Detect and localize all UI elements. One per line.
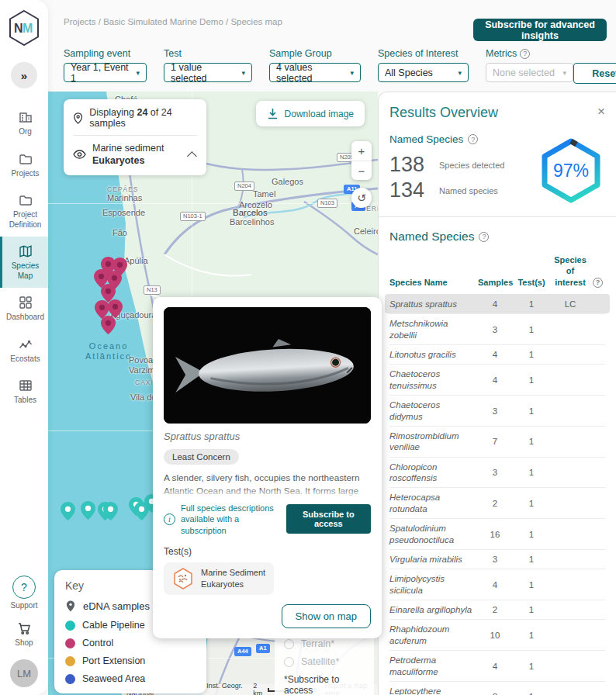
filter-label-text: Test: [164, 48, 182, 59]
filter-label-text: Species of Interest: [378, 48, 459, 59]
project-definition-icon: [18, 192, 33, 208]
table-row[interactable]: Chaetoceros tenuissimus41: [389, 364, 605, 395]
species-detected-value: 138: [389, 153, 430, 177]
table-row[interactable]: Limipolycystis sicilicula41: [389, 569, 605, 600]
map-place-label: Esposende: [102, 208, 145, 218]
key-item-label: Control: [82, 638, 113, 648]
table-row[interactable]: Rhaphidozoum acuferum101: [389, 619, 605, 650]
filter-sample-group: Sample Group4 values selected▾: [269, 48, 361, 82]
sample-marker-control[interactable]: [101, 316, 116, 334]
species-name-cell: Chaetoceros didymus: [389, 399, 475, 422]
table-row[interactable]: Leptocythere lacertosa81: [389, 681, 605, 695]
map-type-option-terrain[interactable]: Terrain*: [284, 638, 365, 649]
table-row[interactable]: Petroderma maculiforme41: [389, 650, 605, 681]
download-icon: [267, 108, 279, 120]
filter-test: Test1 value selected▾: [164, 48, 252, 82]
breadcrumb[interactable]: Projects / Basic Simulated Marine Demo /…: [64, 17, 282, 26]
question-icon: ?: [12, 576, 36, 599]
layer-toggle[interactable]: Marine sediment Eukaryotes: [73, 142, 197, 168]
sample-marker-cable_pipeline[interactable]: [81, 501, 95, 520]
sidebar-item-project-definition[interactable]: Project Definition: [0, 185, 48, 237]
samples-cell: 4: [478, 580, 512, 590]
table-header: Species Name Samples Test(s) Species of …: [389, 254, 605, 294]
samples-cell: 10: [478, 631, 512, 640]
species-name-cell: Chaetoceros tenuissimus: [389, 368, 475, 391]
cart-icon: [16, 621, 32, 636]
brand-logo: N M: [7, 9, 41, 50]
filter-select[interactable]: None selected▾: [486, 63, 573, 82]
named-species-value: 134: [389, 178, 430, 202]
road-shield: A1: [256, 644, 270, 653]
table-row[interactable]: Einarella argillophyla21: [389, 600, 605, 619]
subscribe-access-button[interactable]: Subscribe to access: [286, 504, 371, 534]
samples-cell: 2: [478, 605, 512, 614]
filter-select[interactable]: All Species▾: [378, 63, 469, 82]
zoom-in-button[interactable]: +: [351, 141, 372, 161]
support-button[interactable]: ? Support: [10, 576, 37, 610]
svg-text:N: N: [14, 22, 23, 35]
help-icon[interactable]: ?: [520, 49, 530, 59]
close-icon[interactable]: ×: [597, 105, 605, 118]
sidebar-item-label: Species Map: [4, 261, 47, 281]
tests-cell: 1: [515, 580, 548, 590]
samples-prefix: Displaying: [89, 107, 134, 118]
interest-cell: LC: [551, 299, 590, 309]
table-row[interactable]: Spatulodinium pseudonoctiluca161: [389, 518, 605, 549]
help-icon[interactable]: ?: [468, 134, 478, 144]
map-type-label: Satellite*: [301, 656, 339, 667]
tests-cell: 1: [515, 299, 548, 309]
user-avatar[interactable]: LM: [10, 659, 38, 687]
shop-button[interactable]: Shop: [15, 621, 33, 647]
map-type-label: Terrain*: [301, 638, 334, 649]
key-color-dot: [65, 674, 75, 684]
sidebar-item-label: Projects: [11, 169, 39, 179]
help-icon[interactable]: ?: [593, 278, 603, 288]
sidebar-item-species-map[interactable]: Species Map: [0, 237, 48, 288]
test-chip[interactable]: Marine Sediment Eukaryotes: [164, 562, 274, 595]
filter-select[interactable]: 1 value selected▾: [164, 63, 252, 82]
eye-icon: [73, 150, 86, 159]
samples-cell: 4: [478, 662, 512, 671]
samples-cell: 4: [478, 299, 512, 309]
table-row[interactable]: Chloropicon roscoffensis31: [389, 457, 605, 488]
map-type-option-satellite[interactable]: Satellite*: [284, 656, 365, 667]
sidebar-item-tables[interactable]: Tables: [0, 371, 48, 413]
progress-percent: 97%: [538, 137, 604, 204]
filter-label-text: Metrics: [486, 48, 517, 59]
species-description: A slender, silvery fish, occupies the no…: [164, 472, 371, 498]
samples-cell: 4: [478, 350, 512, 359]
show-on-map-button[interactable]: Show on map: [282, 604, 372, 628]
filter-select[interactable]: Year 1, Event 1▾: [64, 63, 147, 82]
samples-cell: 8: [478, 692, 512, 695]
table-row[interactable]: Rimostrombidium veniliae71: [389, 426, 605, 457]
table-row[interactable]: Metschnikowia zobellii31: [389, 313, 605, 344]
filter-select[interactable]: 4 values selected▾: [269, 63, 361, 82]
status-badge: Least Concern: [164, 449, 239, 465]
key-item-label: Cable Pipeline: [82, 620, 145, 631]
table-row[interactable]: Virgularia mirabilis31: [389, 549, 605, 569]
zoom-out-button[interactable]: −: [351, 161, 372, 180]
map-history-button[interactable]: ↺: [351, 188, 372, 208]
table-row[interactable]: Sprattus sprattus41LC: [385, 294, 610, 313]
reset-filters-button[interactable]: Reset filters: [573, 63, 616, 84]
sidebar-item-org[interactable]: Org: [0, 102, 48, 144]
table-row[interactable]: Heterocapsa rotundata21: [389, 487, 605, 518]
sidebar-collapse-button[interactable]: »: [11, 62, 37, 88]
org-icon: [18, 109, 33, 125]
sidebar-item-projects[interactable]: Projects: [0, 144, 48, 186]
help-icon[interactable]: ?: [479, 232, 489, 242]
species-name-cell: Rimostrombidium veniliae: [389, 430, 475, 453]
sidebar-item-ecostats[interactable]: Ecostats: [0, 330, 48, 372]
subscribe-advanced-button[interactable]: Subscribe for advanced insights: [473, 19, 607, 41]
table-row[interactable]: Litonotus gracilis41: [389, 344, 605, 364]
species-name-cell: Litonotus gracilis: [389, 349, 475, 360]
samples-cell: 16: [478, 530, 512, 539]
sample-marker-cable_pipeline[interactable]: [103, 502, 118, 520]
download-image-button[interactable]: Download image: [256, 101, 365, 126]
sample-marker-cable_pipeline[interactable]: [61, 502, 75, 520]
sidebar-item-label: Ecostats: [10, 354, 40, 365]
samples-cell: 7: [478, 437, 512, 446]
divider: [379, 216, 616, 217]
table-row[interactable]: Chaetoceros didymus31: [389, 395, 605, 426]
sidebar-item-dashboard[interactable]: Dashboard: [0, 288, 48, 330]
